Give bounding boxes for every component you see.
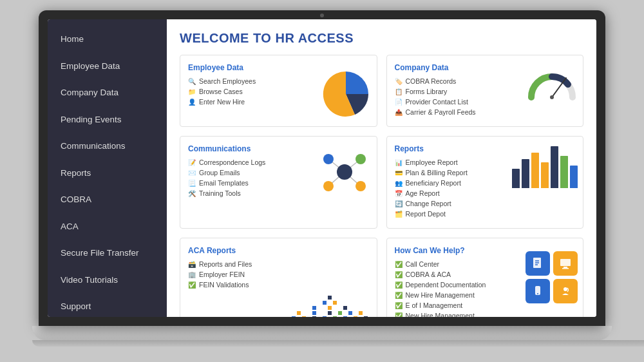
item-label: Carrier & Payroll Feeds [406, 108, 476, 116]
svg-rect-52 [560, 259, 571, 266]
page-title: WELCOME TO HR ACCESS [180, 31, 583, 46]
item-label: New Hire Management [406, 312, 475, 317]
item-label: Training Tools [199, 189, 241, 197]
sidebar-item-employee-data[interactable]: Employee Data [48, 53, 167, 80]
sidebar-item-communications[interactable]: Communications [48, 133, 167, 160]
sidebar-item-reports[interactable]: Reports [48, 160, 167, 187]
svg-rect-34 [354, 316, 357, 317]
sidebar-item-cobra[interactable]: COBRA [48, 186, 167, 213]
sidebar-item-home[interactable]: Home [48, 26, 167, 53]
cobra-icon: 🏷️ [395, 78, 402, 85]
list-item[interactable]: 📅 Age Report [395, 189, 576, 197]
list-item[interactable]: 🏢 Employer FEIN [188, 271, 369, 278]
item-label: Report Depot [406, 210, 446, 218]
item-label: Employer FEIN [199, 271, 245, 278]
svg-rect-30 [312, 316, 316, 317]
item-label: Correspondence Logs [199, 158, 265, 166]
list-item[interactable]: 📤 Carrier & Payroll Feeds [395, 108, 576, 116]
item-label: Employee Report [406, 158, 458, 166]
folder-icon: 📁 [188, 88, 196, 95]
sidebar-item-secure-file-transfer[interactable]: Secure File Transfer [48, 240, 167, 267]
list-item[interactable]: 🗃️ Reports and Files [188, 260, 369, 268]
svg-rect-54 [562, 268, 569, 269]
aca-pixel-chart [287, 294, 377, 317]
aca-reports-title: ACA Reports [188, 246, 369, 255]
item-label: Change Report [406, 200, 451, 207]
item-label: Call Center [406, 260, 440, 268]
item-label: Browse Cases [199, 88, 243, 95]
svg-rect-53 [564, 267, 567, 268]
aca-reports-list: 🗃️ Reports and Files 🏢 Employer FEIN ✅ F… [188, 260, 369, 289]
svg-rect-41 [359, 311, 363, 315]
svg-rect-31 [323, 316, 327, 317]
new-hire2-icon: ✅ [395, 312, 402, 318]
sidebar-item-company-data[interactable]: Company Data [48, 79, 167, 106]
phone-icon-box[interactable] [526, 279, 550, 303]
item-label: Provider Contact List [406, 98, 468, 106]
document-icon-box[interactable] [526, 251, 550, 276]
dashboard-grid: Employee Data 🔍 Search Employees 📁 Brows… [180, 55, 583, 317]
monitor-icon-box[interactable] [553, 251, 578, 276]
laptop-foot [32, 340, 644, 347]
svg-rect-46 [333, 301, 337, 305]
svg-point-6 [337, 164, 352, 180]
sidebar-item-aca[interactable]: ACA [48, 213, 167, 240]
sidebar-item-video-tutorials[interactable]: Video Tutorials [48, 267, 167, 294]
log-icon: 📝 [188, 159, 196, 166]
cobra-aca-icon: ✅ [395, 271, 402, 278]
list-icon: 📄 [395, 99, 402, 106]
billing-icon: 💳 [395, 169, 402, 176]
new-hire-icon: ✅ [395, 292, 402, 299]
item-label: Age Report [406, 189, 440, 197]
age-icon: 📅 [395, 190, 402, 197]
svg-rect-39 [338, 311, 342, 315]
svg-rect-43 [328, 306, 332, 310]
svg-point-1 [550, 95, 554, 99]
communications-card: Communications 📝 Correspondence Logs ✉️ … [180, 136, 377, 229]
email-icon: ✉️ [188, 169, 196, 176]
svg-rect-29 [302, 316, 306, 317]
item-label: Email Templates [199, 179, 249, 187]
item-label: COBRA Records [406, 77, 457, 85]
reports-files-icon: 🗃️ [188, 261, 196, 268]
training-icon: 🛠️ [188, 190, 196, 197]
eoi-icon: ✅ [395, 302, 402, 309]
item-label: Reports and Files [199, 260, 252, 268]
sidebar-item-pending-events[interactable]: Pending Events [48, 106, 167, 133]
item-label: COBRA & ACA [406, 271, 451, 278]
svg-rect-44 [343, 306, 347, 310]
company-data-card: Company Data 🏷️ COBRA Records 📋 Forms Li… [386, 55, 584, 127]
person-icon: 👤 [188, 99, 196, 106]
chart-icon: 📊 [395, 159, 402, 166]
svg-rect-32 [333, 316, 337, 317]
list-item[interactable]: ✅ New Hire Management [395, 312, 576, 317]
network-diagram [316, 146, 374, 200]
screen-bezel: Home Employee Data Company Data Pending … [39, 10, 605, 326]
sidebar: Home Employee Data Company Data Pending … [48, 19, 167, 317]
screen: Home Employee Data Company Data Pending … [48, 19, 596, 317]
svg-rect-38 [328, 311, 332, 315]
item-label: FEIN Validations [199, 281, 249, 289]
svg-point-10 [355, 181, 366, 191]
person-wifi-icon-box[interactable] [553, 279, 578, 303]
dependent-icon: ✅ [395, 281, 402, 289]
employee-data-card: Employee Data 🔍 Search Employees 📁 Brows… [180, 55, 377, 127]
change-icon: 🔄 [395, 200, 402, 207]
item-label: Group Emails [199, 169, 240, 176]
item-label: Plan & Billing Report [406, 169, 468, 176]
fein-icon: 🏢 [188, 271, 196, 278]
camera [320, 14, 324, 17]
reports-card: Reports 📊 Employee Report 💳 Plan & Billi… [386, 136, 584, 229]
list-item[interactable]: 🔄 Change Report [395, 200, 576, 207]
sidebar-item-support[interactable]: Support [48, 293, 167, 317]
list-item[interactable]: 🗂️ Report Depot [395, 210, 576, 218]
gauge-chart [526, 65, 578, 103]
svg-point-56 [537, 293, 538, 294]
validation-icon: ✅ [188, 281, 196, 289]
list-item[interactable]: ✅ FEIN Validations [188, 281, 369, 289]
item-label: New Hire Management [406, 291, 475, 299]
laptop-base [32, 326, 612, 340]
item-label: Search Employees [199, 77, 256, 85]
beneficiary-icon: 👥 [395, 180, 402, 187]
svg-point-9 [323, 181, 334, 191]
